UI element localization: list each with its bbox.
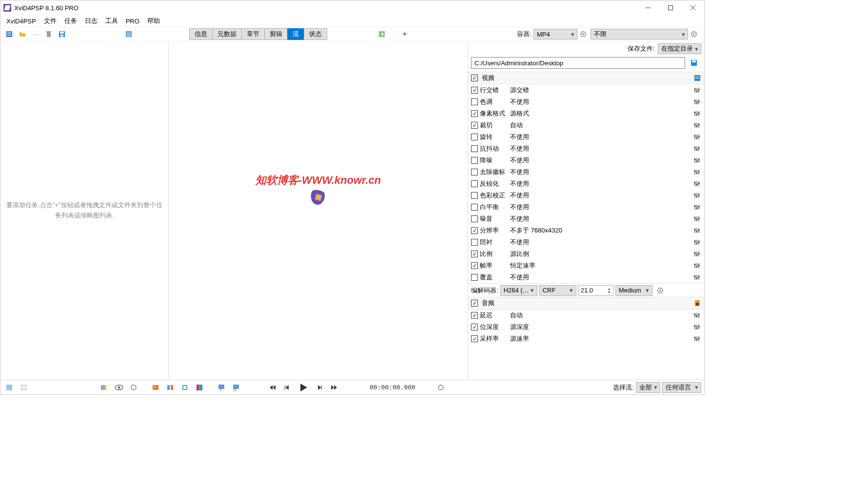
video-prop-row[interactable]: 色彩校正不使用 xyxy=(468,190,704,201)
audio-section-checkbox[interactable] xyxy=(471,300,478,307)
tab-chapters[interactable]: 章节 xyxy=(241,28,265,40)
video-prop-checkbox[interactable] xyxy=(471,262,478,269)
save-path-input[interactable]: C:/Users/Administrator/Desktop xyxy=(471,57,685,69)
tab-info[interactable]: 信息 xyxy=(189,28,213,40)
crop-icon[interactable] xyxy=(179,382,191,393)
video-prop-checkbox[interactable] xyxy=(471,227,478,234)
video-prop-checkbox[interactable] xyxy=(471,204,478,211)
thumbnail-icon[interactable] xyxy=(150,382,161,393)
ab-a-icon[interactable]: A xyxy=(216,382,227,393)
audio-prop-row[interactable]: 位深度源深度 xyxy=(468,321,704,333)
video-section-checkbox[interactable] xyxy=(471,75,478,81)
tab-status[interactable]: 状态 xyxy=(304,28,327,40)
video-prop-row[interactable]: 陪衬不使用 xyxy=(468,236,704,248)
sliders-icon[interactable] xyxy=(692,239,701,246)
save-mode-select[interactable]: 在指定目录 ▾ xyxy=(658,43,701,54)
colorbars-icon[interactable] xyxy=(99,382,110,393)
video-prop-checkbox[interactable] xyxy=(471,169,478,175)
video-prop-row[interactable]: 色调不使用 xyxy=(468,96,704,108)
video-prop-row[interactable]: 比例源比例 xyxy=(468,248,704,260)
sliders-icon[interactable] xyxy=(692,122,701,129)
toolbar-remove-icon[interactable]: — xyxy=(30,28,41,40)
sliders-icon[interactable] xyxy=(692,335,701,342)
task-list-panel[interactable]: 要添加任务,点击"+"按钮或者拖拽文件或文件夹到整个任务列表或缩略图列表. xyxy=(0,41,169,380)
sliders-icon[interactable] xyxy=(692,98,701,105)
eye-icon[interactable] xyxy=(113,382,125,393)
encoder-settings-icon[interactable] xyxy=(654,285,666,296)
encoder-value-spin[interactable]: 21.0 ▲▼ xyxy=(578,285,613,296)
audio-prop-row[interactable]: 采样率源速率 xyxy=(468,333,704,345)
sliders-icon[interactable] xyxy=(692,192,701,199)
audio-prop-checkbox[interactable] xyxy=(471,324,478,330)
language-select[interactable]: 任何语言 ▾ xyxy=(662,382,701,393)
next-fast-icon[interactable] xyxy=(328,382,340,393)
video-prop-checkbox[interactable] xyxy=(471,87,478,94)
tab-stream[interactable]: 流 xyxy=(287,28,304,40)
sliders-icon[interactable] xyxy=(692,227,701,234)
video-prop-checkbox[interactable] xyxy=(471,192,478,199)
menu-log[interactable]: 日志 xyxy=(81,16,101,26)
limit-select[interactable]: 不限 ▾ xyxy=(591,29,688,39)
add-task-button[interactable]: + xyxy=(399,28,411,40)
video-prop-row[interactable]: 抗抖动不使用 xyxy=(468,143,704,155)
video-prop-row[interactable]: 覆盖不使用 xyxy=(468,271,704,283)
prev-icon[interactable] xyxy=(281,382,293,393)
menu-xvid4psp[interactable]: XviD4PSP xyxy=(2,17,40,26)
ab-b-icon[interactable]: B xyxy=(230,382,242,393)
video-prop-checkbox[interactable] xyxy=(471,145,478,152)
video-prop-checkbox[interactable] xyxy=(471,134,478,140)
status-film-icon[interactable] xyxy=(3,382,15,393)
video-prop-checkbox[interactable] xyxy=(471,274,478,281)
close-button[interactable] xyxy=(682,0,704,15)
video-prop-checkbox[interactable] xyxy=(471,98,478,105)
video-prop-row[interactable]: 旋转不使用 xyxy=(468,131,704,143)
save-path-button[interactable] xyxy=(688,57,700,69)
sliders-icon[interactable] xyxy=(692,312,701,319)
audio-prop-row[interactable]: 延迟自动 xyxy=(468,310,704,321)
video-prop-row[interactable]: 分辨率不多于 7680x4320 xyxy=(468,225,704,236)
sliders-icon[interactable] xyxy=(692,262,701,269)
video-prop-row[interactable]: 噪音不使用 xyxy=(468,213,704,225)
tab-metadata[interactable]: 元数据 xyxy=(212,28,242,40)
audio-section-header[interactable]: 音频 xyxy=(468,297,704,310)
encoder-preset-select[interactable]: Medium ▾ xyxy=(615,285,652,296)
video-prop-row[interactable]: 行交错源交错 xyxy=(468,84,704,96)
status-gear-icon[interactable] xyxy=(128,382,139,393)
sliders-icon[interactable] xyxy=(692,110,701,117)
compare-icon[interactable] xyxy=(164,382,176,393)
toolbar-film-icon[interactable] xyxy=(3,28,15,40)
video-prop-row[interactable]: 裁切自动 xyxy=(468,119,704,131)
video-section-header[interactable]: 视频 xyxy=(468,72,704,84)
encoder-codec-select[interactable]: H264 (… ▾ xyxy=(500,285,537,296)
sliders-icon[interactable] xyxy=(692,215,701,222)
sliders-icon[interactable] xyxy=(692,134,701,140)
video-prop-row[interactable]: 去除徽标不使用 xyxy=(468,166,704,178)
menu-tasks[interactable]: 任务 xyxy=(60,16,81,26)
maximize-button[interactable] xyxy=(659,0,682,15)
audio-prop-checkbox[interactable] xyxy=(471,335,478,342)
video-prop-checkbox[interactable] xyxy=(471,180,478,187)
video-prop-row[interactable]: 像素格式源格式 xyxy=(468,108,704,119)
video-prop-checkbox[interactable] xyxy=(471,215,478,222)
sliders-icon[interactable] xyxy=(692,324,701,330)
next-icon[interactable] xyxy=(314,382,325,393)
menu-pro[interactable]: PRO xyxy=(122,17,143,26)
status-grid-icon[interactable] xyxy=(18,382,30,393)
toolbar-delete-icon[interactable] xyxy=(43,28,55,40)
video-prop-checkbox[interactable] xyxy=(471,110,478,117)
encoder-mode-select[interactable]: CRF ▾ xyxy=(539,285,576,296)
stream-select[interactable]: 全部 ▾ xyxy=(636,382,660,393)
play-icon[interactable] xyxy=(296,382,311,393)
menu-help[interactable]: 帮助 xyxy=(143,16,164,26)
sliders-icon[interactable] xyxy=(692,157,701,164)
video-prop-checkbox[interactable] xyxy=(471,122,478,129)
sliders-icon[interactable] xyxy=(692,145,701,152)
prev-fast-icon[interactable] xyxy=(267,382,278,393)
property-scroll[interactable]: 视频 行交错源交错色调不使用像素格式源格式裁切自动旋转不使用抗抖动不使用降噪不使… xyxy=(468,72,704,380)
video-prop-checkbox[interactable] xyxy=(471,251,478,257)
minimize-button[interactable] xyxy=(637,0,659,15)
sliders-icon[interactable] xyxy=(692,169,701,175)
video-prop-row[interactable]: 降噪不使用 xyxy=(468,155,704,166)
menu-file[interactable]: 文件 xyxy=(40,16,60,26)
color-icon[interactable] xyxy=(194,382,205,393)
